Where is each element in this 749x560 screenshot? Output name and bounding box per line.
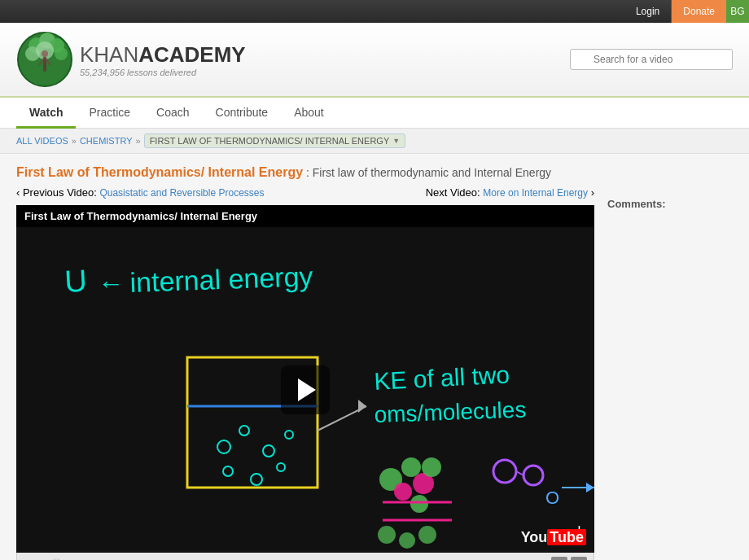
theater-mode-button[interactable]: ⤢ bbox=[551, 557, 567, 560]
volume-button[interactable]: 🔊 bbox=[46, 557, 63, 560]
logo-area: KHANACADEMY 55,234,956 lessons delivered bbox=[16, 31, 246, 88]
nav-item-practice[interactable]: Practice bbox=[76, 98, 143, 129]
svg-point-32 bbox=[422, 457, 441, 477]
breadcrumb-sep-1: » bbox=[72, 136, 77, 146]
svg-text:O: O bbox=[545, 488, 559, 508]
video-subtitle-separator: : bbox=[303, 166, 313, 179]
breadcrumb-sep-2: » bbox=[136, 136, 141, 146]
breadcrumb-current[interactable]: First Law of Thermodynamics/ Internal En… bbox=[144, 133, 406, 148]
bg-button[interactable]: BG bbox=[726, 0, 749, 23]
video-controls: ▶ 🔊 00:00 / 17:40 ⚙ ⤢ ⛶ bbox=[16, 553, 594, 560]
breadcrumb-dropdown-arrow: ▼ bbox=[392, 137, 400, 145]
breadcrumb-chemistry[interactable]: Chemistry bbox=[80, 136, 133, 146]
breadcrumb-all-videos[interactable]: All Videos bbox=[16, 136, 68, 146]
expand-buttons: ⤢ ⛶ bbox=[551, 557, 587, 560]
top-bar: Login Donate BG bbox=[0, 0, 749, 23]
youtube-logo: YouTube bbox=[521, 529, 586, 546]
search-input[interactable] bbox=[570, 49, 733, 70]
svg-point-30 bbox=[394, 483, 412, 501]
svg-point-33 bbox=[410, 495, 428, 513]
video-nav: ‹ Previous Video: Quasistatic and Revers… bbox=[16, 186, 594, 199]
next-video-link[interactable]: Next Video: More on Internal Energy › bbox=[426, 186, 594, 199]
svg-text:internal energy: internal energy bbox=[129, 260, 313, 298]
next-video-label: Next Video: bbox=[426, 186, 480, 199]
svg-point-37 bbox=[399, 532, 415, 549]
svg-text:oms/molecules: oms/molecules bbox=[374, 396, 527, 427]
main-layout: ‹ Previous Video: Quasistatic and Revers… bbox=[16, 186, 733, 560]
svg-text:U: U bbox=[64, 264, 88, 299]
logo-tagline: 55,234,956 lessons delivered bbox=[80, 68, 246, 77]
prev-video-link[interactable]: ‹ Previous Video: Quasistatic and Revers… bbox=[16, 186, 264, 199]
svg-point-29 bbox=[401, 457, 421, 477]
logo-heading: KHANACADEMY bbox=[80, 42, 246, 68]
video-container: First Law of Thermodynamics/ Internal En… bbox=[16, 205, 594, 560]
settings-button[interactable]: ⚙ bbox=[528, 557, 545, 560]
nav-item-contribute[interactable]: Contribute bbox=[203, 98, 282, 129]
video-play-button[interactable] bbox=[281, 365, 330, 414]
logo-icon bbox=[16, 31, 73, 88]
prev-video-title[interactable]: Quasistatic and Reversible Processes bbox=[99, 187, 264, 199]
video-title: First Law of Thermodynamics/ Internal En… bbox=[16, 165, 303, 179]
youtube-tube: Tube bbox=[547, 529, 586, 545]
comments-column: Comments: bbox=[594, 186, 733, 560]
svg-point-8 bbox=[42, 50, 48, 57]
svg-point-38 bbox=[418, 526, 436, 544]
logo-text: KHANACADEMY 55,234,956 lessons delivered bbox=[80, 42, 246, 77]
search-wrapper: 🔍 bbox=[570, 49, 733, 70]
nav-item-watch[interactable]: Watch bbox=[16, 98, 76, 129]
youtube-you: You bbox=[521, 529, 548, 545]
svg-point-5 bbox=[55, 47, 68, 60]
login-button[interactable]: Login bbox=[624, 0, 672, 23]
video-title-overlay: First Law of Thermodynamics/ Internal En… bbox=[16, 205, 594, 227]
main-video-col: ‹ Previous Video: Quasistatic and Revers… bbox=[16, 186, 594, 560]
breadcrumb-current-label: First Law of Thermodynamics/ Internal En… bbox=[150, 136, 390, 146]
main-nav: Watch Practice Coach Contribute About bbox=[0, 98, 749, 129]
top-bar-buttons: Login Donate BG bbox=[624, 0, 749, 23]
breadcrumb: All Videos » Chemistry » First Law of Th… bbox=[0, 129, 749, 154]
svg-text:←: ← bbox=[98, 269, 124, 298]
search-area: 🔍 bbox=[570, 49, 733, 70]
svg-point-36 bbox=[378, 526, 396, 544]
blackboard: U ← internal energy bbox=[16, 227, 594, 553]
header: KHANACADEMY 55,234,956 lessons delivered… bbox=[0, 23, 749, 98]
nav-item-coach[interactable]: Coach bbox=[143, 98, 202, 129]
play-pause-button[interactable]: ▶ bbox=[24, 557, 40, 560]
logo-khan: KHAN bbox=[80, 42, 138, 67]
comments-label: Comments: bbox=[607, 186, 733, 210]
video-subtitle: First law of thermodynamic and Internal … bbox=[313, 166, 551, 179]
next-video-title[interactable]: More on Internal Energy bbox=[483, 187, 588, 199]
logo-academy: ACADEMY bbox=[138, 42, 245, 67]
donate-button[interactable]: Donate bbox=[672, 0, 726, 23]
content-area: First Law of Thermodynamics/ Internal En… bbox=[0, 154, 749, 560]
prev-video-arrow: ‹ Previous Video: bbox=[16, 186, 97, 199]
nav-item-about[interactable]: About bbox=[281, 98, 337, 129]
fullscreen-button[interactable]: ⛶ bbox=[571, 557, 587, 560]
video-frame[interactable]: U ← internal energy bbox=[16, 227, 594, 553]
video-title-bar: First Law of Thermodynamics/ Internal En… bbox=[16, 165, 733, 180]
